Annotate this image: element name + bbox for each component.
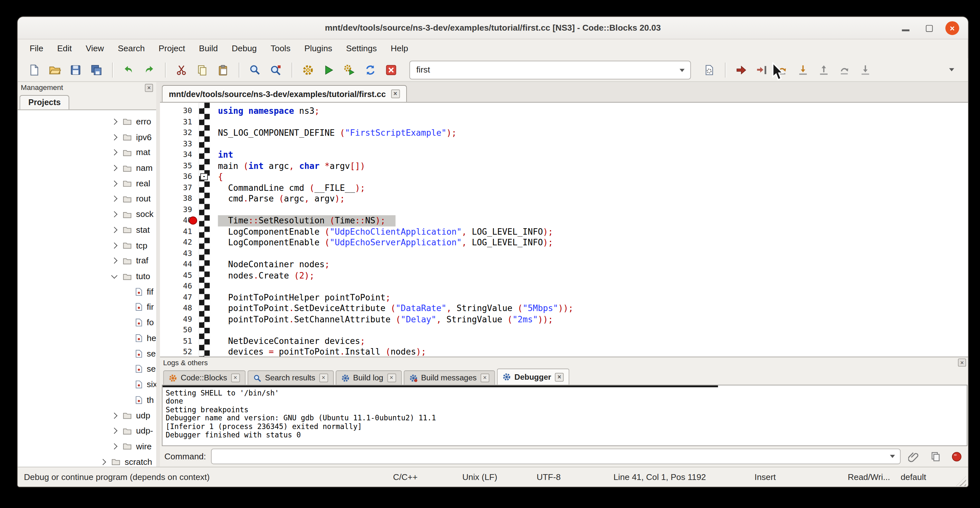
code-editor[interactable]: 30using namespace ns3;3132NS_LOG_COMPONE… xyxy=(160,102,969,357)
chevron-down-icon[interactable] xyxy=(111,272,117,279)
debugger-output[interactable]: Setting SHELL to '/bin/sh'doneSetting br… xyxy=(162,385,967,446)
tree-item[interactable]: sock xyxy=(18,207,156,222)
line-number[interactable]: 35 xyxy=(160,161,197,172)
tree-item[interactable]: mat xyxy=(18,145,156,160)
find-in-files-button[interactable] xyxy=(267,61,285,78)
chevron-right-icon[interactable] xyxy=(111,180,117,186)
fold-collapse-icon[interactable]: - xyxy=(200,174,208,180)
code-line[interactable]: 47 PointToPointHelper pointToPoint; xyxy=(160,292,969,303)
line-number[interactable]: 50 xyxy=(160,325,197,336)
code-line[interactable]: 41 LogComponentEnable ("UdpEchoClientApp… xyxy=(160,226,969,237)
command-input[interactable] xyxy=(211,449,901,465)
build-and-run-button[interactable] xyxy=(341,61,359,78)
close-tab-icon[interactable]: × xyxy=(319,374,328,382)
close-tab-icon[interactable]: × xyxy=(480,374,489,382)
line-number[interactable]: 41 xyxy=(160,226,197,237)
tree-item[interactable]: fif xyxy=(18,284,156,299)
stop-debugger-button[interactable] xyxy=(948,448,965,465)
menu-settings[interactable]: Settings xyxy=(339,39,384,58)
next-instruction-button[interactable] xyxy=(836,61,854,78)
new-file-button[interactable] xyxy=(25,61,43,78)
tree-item[interactable]: nam xyxy=(18,160,156,176)
tab-debugger[interactable]: Debugger× xyxy=(497,368,569,385)
line-number[interactable]: 43 xyxy=(160,248,197,259)
chevron-right-icon[interactable] xyxy=(111,258,117,264)
code-line[interactable]: 32NS_LOG_COMPONENT_DEFINE ("FirstScriptE… xyxy=(160,127,969,139)
resize-grip[interactable] xyxy=(956,476,966,486)
chevron-right-icon[interactable] xyxy=(111,196,117,202)
close-tab-icon[interactable]: × xyxy=(387,374,396,382)
menu-help[interactable]: Help xyxy=(384,39,415,58)
close-button[interactable]: × xyxy=(945,21,959,35)
compile-current-file-button[interactable] xyxy=(700,61,718,78)
chevron-right-icon[interactable] xyxy=(111,412,117,419)
line-number[interactable]: 34 xyxy=(160,150,197,161)
chevron-right-icon[interactable] xyxy=(111,226,117,233)
code-line[interactable]: 40 Time::SetResolution (Time::NS); xyxy=(160,215,969,226)
attach-button[interactable] xyxy=(905,448,922,465)
line-number[interactable]: 45 xyxy=(160,270,197,281)
line-number[interactable]: 49 xyxy=(160,314,197,325)
line-number[interactable]: 38 xyxy=(160,193,197,204)
menu-tools[interactable]: Tools xyxy=(264,39,298,58)
chevron-right-icon[interactable] xyxy=(111,443,117,449)
menu-search[interactable]: Search xyxy=(111,39,152,58)
chevron-right-icon[interactable] xyxy=(111,150,117,156)
menu-plugins[interactable]: Plugins xyxy=(298,39,339,58)
line-number[interactable]: 52 xyxy=(160,347,197,357)
tree-item[interactable]: six xyxy=(18,377,156,392)
code-line[interactable]: 34int xyxy=(160,150,969,161)
run-button[interactable] xyxy=(320,61,337,78)
code-line[interactable]: 49 pointToPoint.SetChannelAttribute ("De… xyxy=(160,314,969,325)
copy-button[interactable] xyxy=(193,61,211,78)
code-line[interactable]: 50 xyxy=(160,325,969,336)
code-line[interactable]: 33 xyxy=(160,139,969,150)
tab-code-blocks[interactable]: Code::Blocks× xyxy=(163,370,245,385)
chevron-right-icon[interactable] xyxy=(111,134,117,140)
line-number[interactable]: 51 xyxy=(160,336,197,347)
line-number[interactable]: 39 xyxy=(160,204,197,215)
line-number[interactable]: 36 xyxy=(160,172,197,182)
line-number[interactable]: 48 xyxy=(160,303,197,314)
menu-build[interactable]: Build xyxy=(192,39,225,58)
chevron-down-icon[interactable] xyxy=(679,68,684,72)
tree-item[interactable]: tcp xyxy=(18,237,156,253)
tree-item[interactable]: udp xyxy=(18,408,156,423)
tree-item[interactable]: he xyxy=(18,330,156,346)
code-line[interactable]: 38 cmd.Parse (argc, argv); xyxy=(160,193,969,204)
line-number[interactable]: 32 xyxy=(160,127,197,139)
code-line[interactable]: 46 xyxy=(160,281,969,292)
line-number[interactable]: 30 xyxy=(160,106,197,117)
copy-output-button[interactable] xyxy=(927,448,943,465)
code-line[interactable]: 39 xyxy=(160,204,969,215)
toolbar-overflow-button[interactable] xyxy=(943,61,961,78)
tree-item[interactable]: udp- xyxy=(18,423,156,439)
title-bar[interactable]: mnt/dev/tools/source/ns-3-dev/examples/t… xyxy=(18,17,968,39)
build-button[interactable] xyxy=(299,61,317,78)
line-number[interactable]: 33 xyxy=(160,139,197,150)
line-number[interactable]: 31 xyxy=(160,117,197,127)
tab-search-results[interactable]: Search results× xyxy=(247,370,334,385)
menu-debug[interactable]: Debug xyxy=(225,39,264,58)
chevron-right-icon[interactable] xyxy=(111,165,117,171)
tree-item[interactable]: se xyxy=(18,346,156,361)
tree-item[interactable]: real xyxy=(18,176,156,191)
code-line[interactable]: 42 LogComponentEnable ("UdpEchoServerApp… xyxy=(160,237,969,248)
step-into-instruction-button[interactable] xyxy=(857,61,875,78)
menu-view[interactable]: View xyxy=(79,39,111,58)
code-line[interactable]: 30using namespace ns3; xyxy=(160,106,969,117)
editor-tab[interactable]: mnt/dev/tools/source/ns-3-dev/examples/t… xyxy=(162,85,407,102)
line-number[interactable]: 44 xyxy=(160,259,197,270)
close-tab-icon[interactable]: × xyxy=(231,374,240,382)
line-number[interactable]: 42 xyxy=(160,237,197,248)
chevron-down-icon[interactable] xyxy=(890,455,895,458)
code-line[interactable]: 31 xyxy=(160,117,969,127)
code-line[interactable]: 36{- xyxy=(160,172,969,182)
menu-file[interactable]: File xyxy=(22,39,50,58)
line-number[interactable]: 47 xyxy=(160,292,197,303)
chevron-right-icon[interactable] xyxy=(111,428,117,434)
debug-continue-button[interactable] xyxy=(733,61,750,78)
tree-item[interactable]: scratch xyxy=(18,454,156,467)
line-number[interactable]: 37 xyxy=(160,182,197,193)
abort-build-button[interactable] xyxy=(382,61,400,78)
